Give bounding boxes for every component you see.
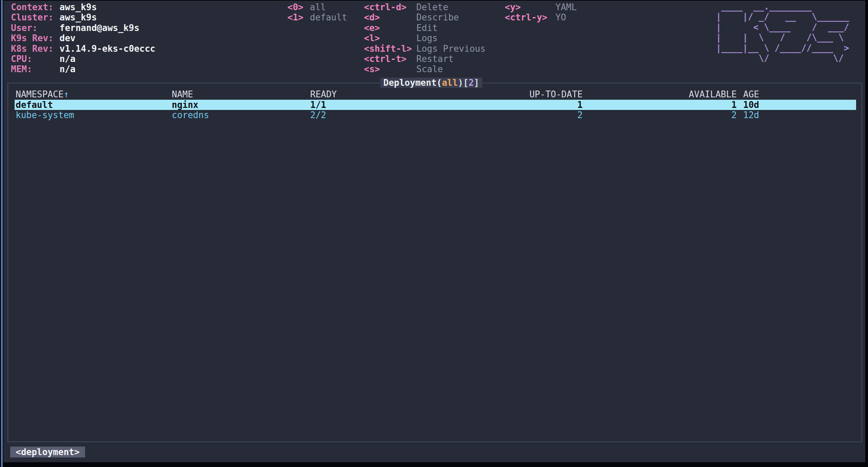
table-header-row: NAMESPACE↑ NAME READY UP-TO-DATE AVAILAB… [15,89,856,99]
cluster-info-label: K9s Rev: [11,33,60,43]
hotkey-row: <s>Scale [364,64,486,74]
breadcrumb-deployment[interactable]: <deployment> [10,447,85,457]
resource-title-namespace: all [442,78,458,88]
resource-title-prefix: Deployment( [383,78,442,88]
cluster-info-label: K8s Rev: [11,44,60,54]
hotkey-key: <ctrl-t> [364,54,416,64]
terminal-viewport: Context:aws_k9s Cluster:aws_k9s User:fer… [3,1,865,462]
cell-name: nginx [172,100,310,110]
cluster-info-label: MEM: [11,64,60,74]
hotkey-row: <ctrl-y>YO [505,12,577,22]
cluster-info-value: aws_k9s [60,12,97,22]
hotkey-key: <l> [364,33,416,43]
cluster-info-value: fernand@aws_k9s [60,23,139,33]
cluster-info-value: n/a [60,64,76,74]
hotkey-row: <l>Logs [364,33,486,43]
cell-up-to-date: 1 [497,100,583,110]
cluster-info-row: Context:aws_k9s [11,2,155,12]
action-hotkeys: <ctrl-d>Delete <d>Describe <e>Edit <l>Lo… [364,2,486,75]
cluster-info-value: aws_k9s [60,2,97,12]
hotkey-row: <d>Describe [364,12,486,22]
cluster-info-row: K9s Rev:dev [11,33,155,43]
hotkey-key: <d> [364,12,416,22]
resource-title-count: 2 [468,78,474,88]
k9s-terminal: Context:aws_k9s Cluster:aws_k9s User:fer… [0,0,868,467]
hotkey-row: <ctrl-d>Delete [364,2,486,12]
table-frame [7,83,862,442]
cell-ready: 2/2 [310,110,497,120]
cell-up-to-date: 2 [497,110,583,120]
cluster-info-value: dev [60,33,76,43]
k9s-logo: ____ __.________ | |/ _/ __ \______ | < … [716,1,849,63]
hotkey-key: <1> [287,12,310,22]
hotkey-key: <ctrl-d> [364,2,416,12]
hotkey-key: <shift-l> [364,44,416,54]
column-header-name: NAME [172,89,310,99]
hotkey-key: <0> [287,2,310,12]
cluster-info-row: CPU:n/a [11,54,155,64]
hotkey-label: default [310,12,347,22]
cell-namespace: default [15,100,172,110]
hotkey-row: <1>default [287,12,347,22]
hotkey-label: Delete [416,2,448,12]
cell-age: 12d [737,110,856,120]
cluster-info-label: User: [11,23,60,33]
column-header-available: AVAILABLE [583,89,737,99]
cell-available: 2 [583,110,737,120]
hotkey-label: Describe [416,12,459,22]
namespace-hotkeys: <0>all <1>default [287,2,347,23]
cell-available: 1 [583,100,737,110]
hotkey-key: <y> [505,2,555,12]
column-header-ready: READY [310,89,497,99]
cluster-info-row: Cluster:aws_k9s [11,12,155,22]
hotkey-row: <shift-l>Logs Previous [364,44,486,54]
breadcrumb: <deployment> [10,447,85,457]
hotkey-label: YO [555,12,566,22]
column-header-label: NAMESPACE [16,89,64,99]
cluster-info-value: n/a [60,54,76,64]
hotkey-key: <e> [364,23,416,33]
hotkey-label: Edit [416,23,438,33]
cluster-info-label: Cluster: [11,12,60,22]
cluster-info-label: CPU: [11,54,60,64]
hotkey-label: Restart [416,54,454,64]
cell-name: coredns [172,110,310,120]
cluster-info-panel: Context:aws_k9s Cluster:aws_k9s User:fer… [11,2,155,75]
column-header-namespace: NAMESPACE↑ [15,89,172,99]
sort-ascending-icon: ↑ [64,89,69,99]
cluster-info-row: User:fernand@aws_k9s [11,23,155,33]
hotkey-label: Logs [416,33,438,43]
hotkey-key: <s> [364,64,416,74]
yaml-hotkeys: <y>YAML <ctrl-y>YO [505,2,577,23]
hotkey-row: <e>Edit [364,23,486,33]
cell-ready: 1/1 [310,100,497,110]
window-edge-accent [1,0,3,467]
cluster-info-value: v1.14.9-eks-c0eccc [60,44,155,54]
hotkey-row: <ctrl-t>Restart [364,54,486,64]
column-header-up-to-date: UP-TO-DATE [497,89,583,99]
hotkey-key: <ctrl-y> [505,12,555,22]
table-row-selected[interactable]: default nginx 1/1 1 1 10d [15,100,856,110]
table-row[interactable]: kube-system coredns 2/2 2 2 12d [15,110,856,120]
cluster-info-label: Context: [11,2,60,12]
column-header-age: AGE [737,89,856,99]
hotkey-label: all [310,2,326,12]
hotkey-label: Logs Previous [416,44,486,54]
cell-namespace: kube-system [15,110,172,120]
hotkey-row: <y>YAML [505,2,577,12]
cell-age: 10d [737,100,856,110]
resource-title-suffix: ] [474,78,479,88]
cluster-info-row: MEM:n/a [11,64,155,74]
resource-title-mid: )[ [458,78,468,88]
hotkey-label: YAML [555,2,577,12]
hotkey-label: Scale [416,64,443,74]
cluster-info-row: K8s Rev:v1.14.9-eks-c0eccc [11,44,155,54]
resource-title-badge: Deployment(all)[2] [380,78,482,88]
hotkey-row: <0>all [287,2,347,12]
